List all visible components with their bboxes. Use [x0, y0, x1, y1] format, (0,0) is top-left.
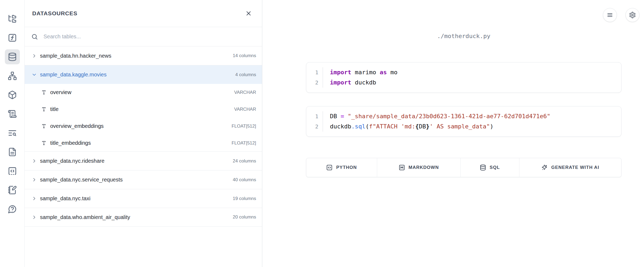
box-icon [8, 90, 17, 99]
close-panel-button[interactable] [243, 8, 254, 19]
rail-item-packages[interactable] [5, 87, 20, 102]
cells: 1 import marimo as mo 2 import duckdb 1 … [306, 62, 621, 150]
code-line: 2 import duckdb [306, 77, 621, 88]
code-editor[interactable]: 1 DB = "_share/sample_data/23b0d623-1361… [306, 111, 621, 132]
code-square-dashed-icon [8, 166, 17, 176]
icon-rail [0, 0, 25, 267]
database-icon [480, 164, 486, 171]
code-text[interactable]: DB = "_share/sample_data/23b0d623-1361-4… [323, 111, 550, 121]
rail-item-functions[interactable] [5, 30, 20, 45]
settings-icon [629, 12, 636, 18]
chevron-right-icon[interactable] [32, 215, 37, 220]
rail-item-tracebacks[interactable] [5, 125, 20, 140]
code-text[interactable]: import duckdb [323, 77, 376, 88]
line-number: 1 [306, 111, 323, 121]
table-row[interactable]: sample_data.kaggle.movies 4 columns [25, 65, 262, 84]
rail-item-documentation[interactable] [5, 144, 20, 160]
code-line: 2 duckdb.sql(f"ATTACH 'md:{DB}' AS sampl… [306, 121, 621, 132]
column-row[interactable]: overview VARCHAR [25, 84, 262, 101]
close-icon [245, 10, 252, 17]
rail-item-snippets[interactable] [5, 164, 20, 179]
scroll-text-icon [8, 109, 17, 118]
column-type: FLOAT[512] [232, 124, 256, 129]
table-name: sample_data.nyc.taxi [40, 195, 90, 202]
table-name: sample_data.hn.hacker_news [40, 53, 111, 59]
add-sql-button[interactable]: SQL [461, 158, 519, 177]
notebook-filename: ./motherduck.py [306, 33, 621, 39]
code-line: 1 import marimo as mo [306, 67, 621, 77]
rail-item-scratchpad[interactable] [5, 183, 20, 198]
search-icon [31, 33, 38, 40]
chevron-right-icon[interactable] [32, 53, 37, 58]
table-row[interactable]: sample_data.nyc.rideshare 24 columns [25, 151, 262, 170]
table-column-count: 19 columns [233, 196, 256, 201]
code-text[interactable]: import marimo as mo [323, 67, 398, 77]
settings-button[interactable] [625, 8, 639, 22]
button-label: SQL [490, 165, 500, 170]
topbar [603, 8, 639, 22]
network-icon [8, 71, 17, 80]
type-icon [41, 124, 46, 129]
line-number: 2 [306, 77, 323, 88]
rail-item-file-explorer[interactable] [5, 11, 20, 26]
sparkles-icon [541, 164, 548, 171]
chevron-down-icon[interactable] [32, 72, 37, 77]
table-row[interactable]: sample_data.nyc.taxi 19 columns [25, 189, 262, 208]
column-row[interactable]: overview_embeddings FLOAT[512] [25, 118, 262, 135]
text-search-icon [8, 128, 17, 138]
type-icon [41, 90, 46, 95]
column-row[interactable]: title VARCHAR [25, 101, 262, 118]
chevron-right-icon[interactable] [32, 196, 37, 201]
table-row[interactable]: sample_data.hn.hacker_news 14 columns [25, 46, 262, 65]
chevron-right-icon[interactable] [32, 177, 37, 182]
column-type: FLOAT[512] [232, 140, 256, 146]
code-text[interactable]: duckdb.sql(f"ATTACH 'md:{DB}' AS sample_… [323, 121, 493, 132]
code-editor[interactable]: 1 import marimo as mo 2 import duckdb [306, 67, 621, 88]
add-python-button[interactable]: PYTHON [306, 158, 377, 177]
table-list: sample_data.hn.hacker_news 14 columns sa… [25, 46, 262, 227]
rail-item-help[interactable] [5, 202, 20, 217]
help-chat-icon [8, 205, 17, 214]
table-column-count: 20 columns [233, 214, 256, 220]
table-name: sample_data.who.ambient_air_quality [40, 214, 130, 220]
notebook-pen-icon [8, 186, 17, 195]
button-label: MARKDOWN [409, 165, 439, 170]
markdown-square-icon [399, 164, 405, 171]
column-row[interactable]: title_embeddings FLOAT[512] [25, 135, 262, 151]
add-cell-bar: PYTHON MARKDOWN SQL GENERATE WITH AI [306, 158, 621, 177]
rail-item-datasources[interactable] [5, 49, 20, 64]
type-icon [41, 140, 46, 146]
panel-title: DATASOURCES [32, 10, 77, 17]
rail-item-logs[interactable] [5, 106, 20, 121]
menu-icon [606, 12, 613, 18]
table-column-count: 40 columns [233, 177, 256, 183]
column-name: title_embeddings [50, 140, 91, 146]
table-row[interactable]: sample_data.nyc.service_requests 40 colu… [25, 170, 262, 189]
search-bar [25, 27, 262, 46]
add-markdown-button[interactable]: MARKDOWN [377, 158, 461, 177]
line-number: 2 [306, 121, 323, 132]
chevron-right-icon[interactable] [32, 158, 37, 164]
code-square-icon [326, 164, 333, 171]
button-label: GENERATE WITH AI [551, 165, 599, 170]
database-icon [8, 52, 17, 61]
column-name: overview_embeddings [50, 123, 104, 129]
column-name: title [50, 106, 59, 112]
add-generate-ai-button[interactable]: GENERATE WITH AI [519, 158, 621, 177]
table-name: sample_data.nyc.rideshare [40, 158, 104, 164]
panel-header: DATASOURCES [25, 0, 262, 27]
code-cell-2[interactable]: 1 DB = "_share/sample_data/23b0d623-1361… [306, 106, 621, 137]
column-name: overview [50, 89, 71, 95]
type-icon [41, 107, 46, 112]
table-row[interactable]: sample_data.who.ambient_air_quality 20 c… [25, 208, 262, 227]
datasources-panel: DATASOURCES sample_data.hn.hacker_news 1… [25, 0, 262, 267]
table-name: sample_data.kaggle.movies [40, 72, 107, 78]
line-number: 1 [306, 67, 323, 77]
notebook-menu-button[interactable] [603, 8, 617, 22]
rail-item-dependencies[interactable] [5, 68, 20, 83]
table-column-count: 4 columns [235, 72, 256, 77]
code-cell-1[interactable]: 1 import marimo as mo 2 import duckdb [306, 62, 621, 93]
button-label: PYTHON [336, 165, 357, 170]
table-name: sample_data.nyc.service_requests [40, 177, 123, 183]
search-tables-input[interactable] [43, 34, 256, 40]
